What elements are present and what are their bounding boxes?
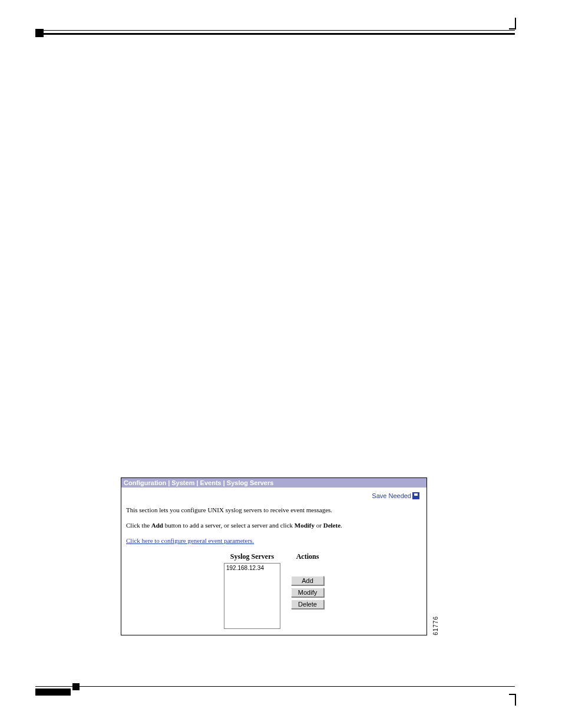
add-button[interactable]: Add: [291, 576, 324, 585]
instr-add: Add: [151, 522, 163, 529]
list-item[interactable]: 192.168.12.34: [226, 564, 279, 572]
save-needed-label: Save Needed: [372, 492, 411, 499]
instr-or: or: [315, 522, 323, 529]
breadcrumb: Configuration | System | Events | Syslog…: [121, 478, 427, 487]
bottom-rule: [35, 686, 515, 687]
bottom-bar-marker: [35, 689, 71, 696]
instr-prefix: Click the: [126, 522, 151, 529]
screenshot-figure: Configuration | System | Events | Syslog…: [121, 477, 427, 635]
servers-listbox[interactable]: 192.168.12.34: [224, 563, 280, 629]
servers-table: Syslog Servers 192.168.12.34 Actions Add…: [126, 552, 422, 629]
instr-suffix: .: [340, 522, 342, 529]
save-needed-indicator[interactable]: Save Needed: [126, 491, 422, 503]
instr-modify: Modify: [295, 522, 315, 529]
delete-button[interactable]: Delete: [291, 599, 324, 609]
config-panel: Configuration | System | Events | Syslog…: [121, 477, 427, 635]
panel-body: Save Needed This section lets you config…: [121, 487, 427, 635]
top-rule: [35, 33, 515, 35]
document-page: Configuration | System | Events | Syslog…: [0, 0, 562, 728]
top-rule-thin: [35, 30, 515, 31]
instr-delete: Delete: [323, 522, 340, 529]
servers-column: Syslog Servers 192.168.12.34: [224, 552, 280, 629]
top-square-marker: [35, 29, 44, 37]
instruction-text: Click the Add button to add a server, or…: [126, 522, 422, 529]
save-icon: [412, 492, 419, 499]
crop-mark-bottom-right: [509, 694, 516, 706]
instr-mid: button to add a server, or select a serv…: [163, 522, 295, 529]
servers-column-header: Syslog Servers: [224, 552, 280, 561]
figure-id: 61776: [432, 616, 439, 635]
crop-mark-top-right: [509, 18, 516, 29]
bottom-square-marker: [72, 683, 80, 690]
general-event-params-link[interactable]: Click here to configure general event pa…: [126, 537, 254, 544]
actions-column-header: Actions: [291, 552, 324, 561]
actions-column: Actions Add Modify Delete: [291, 552, 324, 629]
modify-button[interactable]: Modify: [291, 588, 324, 597]
intro-text: This section lets you configure UNIX sys…: [126, 506, 422, 513]
